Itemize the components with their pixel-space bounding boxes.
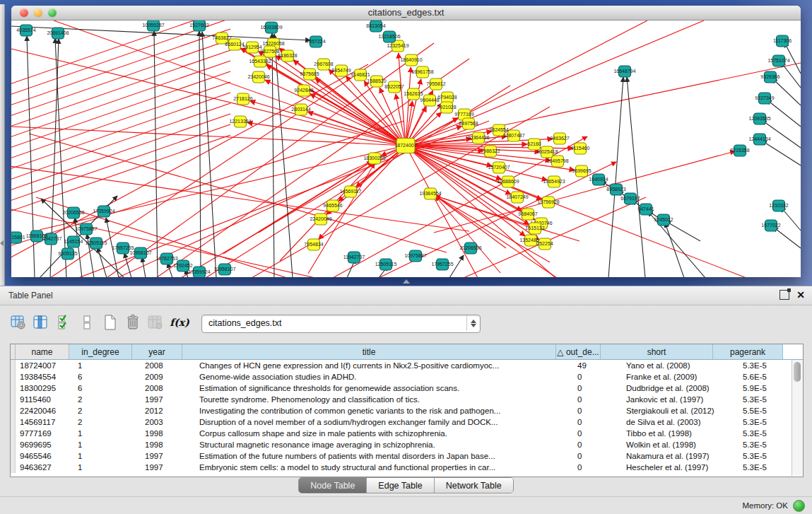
- column-header-year[interactable]: year: [132, 344, 182, 359]
- table-cell-title[interactable]: Tourette syndrome. Phenomenology and cla…: [195, 394, 573, 405]
- table-cell-title[interactable]: Estimation of significance thresholds fo…: [195, 382, 573, 394]
- graph-node[interactable]: 10975887: [75, 223, 97, 235]
- graph-node[interactable]: 9505135: [58, 248, 77, 259]
- float-panel-icon[interactable]: [779, 290, 789, 300]
- table-cell-in_degree[interactable]: 1: [73, 450, 141, 462]
- column-header-title[interactable]: title: [182, 344, 556, 359]
- tab-network-table[interactable]: Network Table: [435, 478, 513, 493]
- graph-node[interactable]: 1677022: [761, 220, 780, 231]
- graph-node[interactable]: 62160: [527, 139, 541, 150]
- table-cell-short[interactable]: Jankovic et al. (1997): [622, 394, 739, 405]
- graph-node[interactable]: 9115460: [571, 143, 590, 154]
- graph-node[interactable]: 1117306: [773, 35, 792, 47]
- column-header-pagerank[interactable]: pagerank: [713, 344, 783, 359]
- table-cell-in_degree[interactable]: 1: [73, 428, 141, 439]
- table-cell-name[interactable]: 9699695: [16, 439, 73, 450]
- table-cell-name[interactable]: 19384554: [16, 371, 73, 382]
- graph-node[interactable]: 10055287: [142, 21, 164, 31]
- graph-node[interactable]: 9329366: [760, 71, 779, 83]
- show-columns-button[interactable]: [31, 312, 51, 333]
- table-cell-out_degree[interactable]: 0: [573, 450, 622, 462]
- graph-node[interactable]: 15720407: [488, 162, 510, 173]
- graph-node[interactable]: 17359924: [93, 206, 114, 217]
- table-cell-short[interactable]: Hescheler et al. (1997): [622, 462, 739, 473]
- table-row[interactable]: 911546021997Tourette syndrome. Phenomeno…: [11, 394, 803, 405]
- table-cell-in_degree[interactable]: 6: [73, 371, 141, 382]
- graph-hub-node[interactable]: 18724007: [394, 139, 416, 153]
- graph-node[interactable]: 5921028: [437, 102, 456, 113]
- table-cell-short[interactable]: de Silva et al. (2003): [622, 416, 739, 428]
- graph-node[interactable]: 12093585: [748, 113, 770, 124]
- graph-node[interactable]: 16961758: [411, 66, 433, 78]
- table-cell-out_degree[interactable]: 0: [573, 371, 622, 382]
- graph-node[interactable]: 1145154: [64, 236, 83, 247]
- graph-node[interactable]: 7955812: [426, 78, 445, 90]
- table-cell-year[interactable]: 2008: [141, 360, 195, 371]
- table-selector-dropdown[interactable]: citations_edges.txt: [201, 315, 481, 333]
- table-cell-title[interactable]: Embryonic stem cells: a model to study s…: [195, 462, 573, 473]
- table-cell-year[interactable]: 2012: [141, 405, 195, 416]
- network-canvas[interactable]: 7463822866012459129541522605898275088186…: [11, 21, 801, 277]
- table-cell-short[interactable]: Dudbridge et al. (2008): [622, 382, 739, 394]
- graph-node[interactable]: 20206536: [459, 243, 481, 254]
- table-cell-out_degree[interactable]: 0: [573, 416, 622, 428]
- graph-node[interactable]: 8813054: [366, 21, 385, 32]
- table-cell-name[interactable]: 22420046: [16, 405, 73, 416]
- table-cell-short[interactable]: Wolkin et al. (1998): [622, 439, 739, 450]
- column-header-short[interactable]: short: [601, 344, 713, 359]
- table-cell-name[interactable]: 9465546: [16, 450, 73, 462]
- table-cell-year[interactable]: 2003: [141, 416, 195, 428]
- table-cell-out_degree[interactable]: 0: [573, 439, 622, 450]
- graph-node[interactable]: 16033809: [260, 22, 282, 33]
- table-cell-title[interactable]: Corpus callosum shape and size in male p…: [195, 428, 573, 439]
- table-row[interactable]: 969969511998Structural magnetic resonanc…: [11, 439, 803, 450]
- graph-node[interactable]: 9699695: [572, 165, 591, 177]
- tab-edge-table[interactable]: Edge Table: [367, 478, 434, 493]
- table-cell-out_degree[interactable]: 0: [573, 382, 622, 394]
- table-cell-name[interactable]: 14569117: [16, 416, 73, 428]
- unselect-columns-button[interactable]: [78, 312, 98, 333]
- table-row[interactable]: 977716911998Corpus callosum shape and si…: [11, 428, 803, 439]
- tab-node-table[interactable]: Node Table: [299, 478, 367, 493]
- table-cell-name[interactable]: 18724007: [16, 360, 73, 371]
- table-cell-in_degree[interactable]: 2: [73, 394, 141, 405]
- table-row[interactable]: 1830029562008Estimation of significance …: [11, 382, 803, 394]
- table-cell-name[interactable]: 18300295: [16, 382, 73, 394]
- table-row[interactable]: 1456911722003Disruption of a novel membe…: [11, 416, 803, 428]
- table-cell-in_degree[interactable]: 1: [73, 439, 141, 450]
- table-cell-out_degree[interactable]: 0: [573, 405, 622, 416]
- graph-node[interactable]: 8215358: [730, 145, 749, 156]
- table-cell-year[interactable]: 1997: [141, 394, 195, 405]
- table-cell-out_degree[interactable]: 0: [573, 428, 622, 439]
- graph-node[interactable]: 10958107: [213, 264, 235, 275]
- table-cell-short[interactable]: Yano et al. (2008): [622, 360, 739, 371]
- table-cell-year[interactable]: 1997: [141, 450, 195, 462]
- graph-node[interactable]: 947441: [637, 204, 654, 215]
- graph-node[interactable]: 1527602: [189, 21, 208, 31]
- graph-node[interactable]: 10975887: [404, 250, 426, 262]
- column-header-name[interactable]: name: [16, 344, 69, 359]
- citation-network-graph[interactable]: 7463822866012459129541522605898275088186…: [11, 21, 801, 277]
- graph-node[interactable]: 9463627: [550, 133, 569, 144]
- table-cell-name[interactable]: 9115460: [16, 394, 73, 405]
- column-header-in_degree[interactable]: in_degree: [69, 344, 132, 359]
- table-cell-in_degree[interactable]: 2: [73, 416, 141, 428]
- table-row[interactable]: 1938455462009Genome-wide association stu…: [11, 371, 803, 382]
- graph-node[interactable]: 12505115: [86, 238, 107, 249]
- table-cell-short[interactable]: Franke et al. (2009): [622, 371, 739, 382]
- function-builder-button[interactable]: f(x): [170, 312, 189, 333]
- vertical-scrollbar[interactable]: [792, 360, 803, 476]
- table-cell-title[interactable]: Estimation of the future numbers of pati…: [195, 450, 573, 462]
- table-cell-short[interactable]: Tibbo et al. (1998): [622, 428, 739, 439]
- graph-node[interactable]: 10688609: [497, 176, 519, 187]
- graph-node[interactable]: 7954834: [304, 239, 323, 250]
- table-cell-title[interactable]: Changes of HCN gene expression and I(f) …: [195, 360, 573, 371]
- new-column-button[interactable]: [100, 312, 120, 333]
- table-cell-name[interactable]: 9777169: [16, 428, 73, 439]
- table-cell-short[interactable]: Stergiakouli et al. (2012): [622, 405, 739, 416]
- select-columns-button[interactable]: [55, 312, 75, 333]
- table-cell-title[interactable]: Genome-wide association studies in ADHD.: [195, 371, 573, 382]
- splitter-handle[interactable]: [403, 279, 410, 284]
- graph-node[interactable]: 18640910: [400, 54, 422, 66]
- graph-node[interactable]: 2718126: [233, 93, 252, 105]
